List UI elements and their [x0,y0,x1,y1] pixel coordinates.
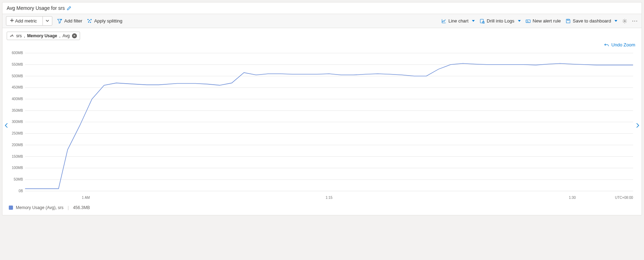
metrics-panel: Avg Memory Usage for srs Add metric [2,2,642,215]
undo-zoom-button[interactable]: Undo Zoom [604,42,635,47]
chip-metric: Memory Usage [27,33,57,38]
undo-zoom-label: Undo Zoom [611,42,635,47]
panel-title: Avg Memory Usage for srs [7,5,65,11]
edit-icon[interactable] [67,6,72,11]
title-row: Avg Memory Usage for srs [2,2,642,14]
svg-text:200MB: 200MB [12,143,23,147]
new-alert-label: New alert rule [533,18,561,24]
svg-rect-8 [567,19,569,20]
metric-chip[interactable]: srs, Memory Usage, Avg [7,32,80,40]
save-dashboard-dropdown[interactable]: Save to dashboard [566,18,617,24]
chip-resource: srs [16,33,22,38]
svg-text:300MB: 300MB [12,120,23,124]
metric-chip-icon [10,34,14,38]
chart-type-label: Line chart [448,18,468,24]
svg-point-1 [89,20,90,21]
metrics-chart[interactable]: 0B50MB100MB150MB200MB250MB300MB350MB400M… [4,50,640,202]
settings-button[interactable] [622,19,627,24]
svg-text:550MB: 550MB [12,63,23,66]
drill-logs-label: Drill into Logs [487,18,514,24]
svg-text:100MB: 100MB [12,166,23,170]
legend-value: 456.3MB [73,205,90,210]
svg-text:0B: 0B [19,189,23,193]
svg-point-4 [90,22,91,22]
line-chart-icon [441,19,446,24]
svg-rect-7 [526,20,530,22]
add-metric-chevron[interactable] [42,17,52,25]
chip-agg: Avg [63,33,70,38]
time-nav-left[interactable] [3,121,9,130]
undo-icon [604,43,609,47]
legend-label: Memory Usage (Avg), srs [16,205,64,210]
apply-splitting-button[interactable]: Apply splitting [87,18,122,24]
svg-point-3 [88,21,89,22]
chip-row: srs, Memory Usage, Avg [2,28,642,40]
legend: Memory Usage (Avg), srs | 456.3MB [2,202,642,215]
svg-point-0 [88,19,88,20]
svg-text:50MB: 50MB [14,177,23,181]
svg-text:1:15: 1:15 [326,196,333,200]
svg-text:450MB: 450MB [12,85,23,89]
filter-icon [57,19,62,24]
add-metric-button[interactable]: Add metric [6,16,52,26]
logs-icon [480,19,485,24]
drill-logs-dropdown[interactable]: Drill into Logs [480,18,521,24]
plus-icon [10,18,14,22]
alert-icon [526,19,531,24]
apply-splitting-label: Apply splitting [94,18,122,24]
metric-toolbar: Add metric Add filter Apply splitting [2,14,642,28]
add-metric-label: Add metric [15,18,37,24]
save-dashboard-label: Save to dashboard [573,18,611,24]
new-alert-button[interactable]: New alert rule [526,18,561,24]
more-button[interactable]: ··· [632,18,638,24]
add-filter-label: Add filter [64,18,82,24]
save-icon [566,19,571,24]
svg-point-9 [624,20,625,21]
gear-icon [622,19,627,24]
chip-remove-icon[interactable] [72,33,77,38]
chart-type-dropdown[interactable]: Line chart [441,18,475,24]
legend-swatch [9,206,13,210]
split-icon [87,19,92,24]
svg-text:UTC+08:00: UTC+08:00 [615,196,633,200]
svg-rect-5 [480,19,484,23]
svg-text:150MB: 150MB [12,155,23,158]
svg-point-2 [91,19,92,20]
time-nav-right[interactable] [635,121,641,130]
svg-text:350MB: 350MB [12,109,23,112]
add-filter-button[interactable]: Add filter [57,18,82,24]
svg-text:400MB: 400MB [12,97,23,101]
svg-text:1 AM: 1 AM [82,196,90,200]
svg-text:250MB: 250MB [12,131,23,135]
chart-area: 0B50MB100MB150MB200MB250MB300MB350MB400M… [2,50,642,202]
svg-text:500MB: 500MB [12,74,23,78]
svg-text:600MB: 600MB [12,51,23,55]
svg-text:1:30: 1:30 [569,196,576,200]
